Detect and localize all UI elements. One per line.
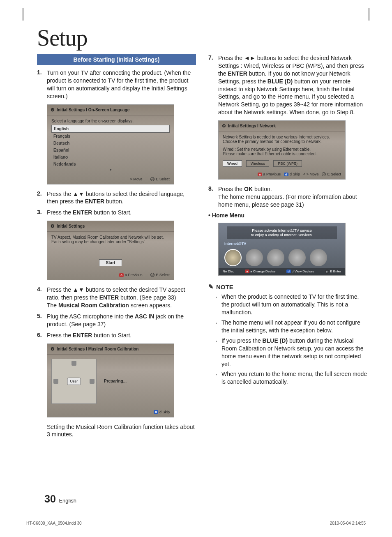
calib-status: Preparing... xyxy=(104,379,127,383)
screen-title: Initial Settings xyxy=(57,224,85,228)
footer-previous: a a Previous xyxy=(258,172,281,176)
home-view: d d View Devices xyxy=(286,270,314,274)
lang-item-nederlands[interactable]: Nederlands xyxy=(51,161,170,168)
gear-icon: ⚙ xyxy=(51,346,55,352)
step-3: 3. Press the ENTER button to Start. xyxy=(37,209,196,217)
screen-network: ⚙ Initial Settings I Network Network Set… xyxy=(218,120,346,180)
section-heading: Before Starting (Initial Settings) xyxy=(37,54,196,65)
page-footer: 30 English xyxy=(44,493,76,505)
screen-language: ⚙ Initial Settings I On-Screen Language … xyxy=(47,104,174,184)
home-icons xyxy=(219,247,345,268)
meta-timestamp: 2010-05-04 2:14:55 xyxy=(330,521,366,525)
note-item: The home menu will not appear if you do … xyxy=(216,319,367,334)
screen-instruction: Select a language for the on-screen disp… xyxy=(51,119,170,123)
room-diagram: User xyxy=(51,359,97,404)
step-8: 8. Press the OK button. The home menu ap… xyxy=(208,185,367,209)
step-number: 7. xyxy=(208,54,218,116)
screen-title: Initial Settings I Musical Room Calibrat… xyxy=(57,347,138,351)
net-wired-button[interactable]: Wired xyxy=(223,160,242,167)
footer-skip: d d Skip xyxy=(154,410,170,414)
step-number: 1. xyxy=(37,69,47,100)
page-title: Setup xyxy=(37,25,367,51)
step-text: Press the ▲▼ buttons to select the desir… xyxy=(47,286,196,309)
internet-tv-icon[interactable] xyxy=(224,249,242,266)
screen-header: ⚙ Initial Settings I On-Screen Language xyxy=(47,105,174,115)
page-language: English xyxy=(59,498,76,504)
step-number: 6. xyxy=(37,332,47,339)
lang-item-english[interactable]: English xyxy=(51,125,170,133)
right-column: 7. Press the ◄► buttons to select the de… xyxy=(208,54,367,443)
net-line: Choose the primary method for connecting… xyxy=(223,139,341,144)
screen-line: Each setting may be changed later under … xyxy=(51,240,170,244)
settings-icon[interactable] xyxy=(310,249,327,266)
step-text: Turn on your TV after connecting the pro… xyxy=(47,69,196,100)
step-number: 8. xyxy=(208,185,218,209)
net-line: Network Setting is needed to use various… xyxy=(223,135,341,139)
note-title: NOTE xyxy=(216,283,233,290)
note-list: When the product is connected to TV for … xyxy=(208,293,367,386)
user-label: User xyxy=(67,378,81,385)
step-4: 4. Press the ▲▼ buttons to select the de… xyxy=(37,286,196,309)
screen-start: ⚙ Initial Settings TV Aspect, Musical Ro… xyxy=(47,221,174,280)
video-icon[interactable] xyxy=(246,249,263,266)
net-wireless-button[interactable]: Wireless xyxy=(246,160,270,167)
footer-select: ⏎ E Select xyxy=(150,177,170,181)
meta-filename: HT-C6600_XAA_0504.indd 30 xyxy=(26,521,82,525)
screen-home: Please activate Internet@TV service to e… xyxy=(218,223,346,276)
step-text: Press the ENTER button to Start. xyxy=(47,209,196,217)
photo-icon[interactable] xyxy=(288,249,306,266)
step-text: Press the ◄► buttons to select the desir… xyxy=(218,54,367,116)
screen-header: ⚙ Initial Settings I Musical Room Calibr… xyxy=(47,344,174,355)
footer-move: < > Move xyxy=(303,172,319,176)
note-icon: ✎ xyxy=(208,283,214,290)
left-steps-2: 2. Press the ▲▼ buttons to select the de… xyxy=(37,190,196,217)
note-heading: ✎ NOTE xyxy=(208,283,367,290)
home-banner: Please activate Internet@TV service to e… xyxy=(227,226,337,240)
step-5: 5. Plug the ASC microphone into the ASC … xyxy=(37,313,196,328)
home-enter: ⏎ E Enter xyxy=(325,270,341,274)
home-nodisc: No Disc xyxy=(223,270,234,274)
left-steps-3: 4. Press the ▲▼ buttons to select the de… xyxy=(37,286,196,339)
step-7: 7. Press the ◄► buttons to select the de… xyxy=(208,54,367,116)
net-pbc-button[interactable]: PBC (WPS) xyxy=(273,160,302,167)
left-column: Before Starting (Initial Settings) 1. Tu… xyxy=(37,54,196,443)
screen-header: ⚙ Initial Settings I Network xyxy=(219,121,345,131)
footer-select: ⏎ E Select xyxy=(150,273,170,277)
right-steps: 7. Press the ◄► buttons to select the de… xyxy=(208,54,367,116)
lang-item-italiano[interactable]: Italiano xyxy=(51,154,170,161)
step-text: Press the OK button. The home menu appea… xyxy=(218,185,367,209)
step-text: Plug the ASC microphone into the ASC IN … xyxy=(47,313,196,328)
step-1: 1. Turn on your TV after connecting the … xyxy=(37,69,196,100)
step-number: 4. xyxy=(37,286,47,309)
home-menu-heading: • Home Menu xyxy=(208,212,367,219)
gear-icon: ⚙ xyxy=(222,123,226,129)
step-6: 6. Press the ENTER button to Start. xyxy=(37,332,196,339)
footer-previous: a a Previous xyxy=(119,273,142,277)
gear-icon: ⚙ xyxy=(51,107,55,113)
lang-item-deutsch[interactable]: Deutsch xyxy=(51,140,170,147)
gear-icon: ⚙ xyxy=(51,224,55,229)
calib-note: Setting the Musical Room Calibration fun… xyxy=(47,423,196,439)
footer-select: ⏎ E Select xyxy=(322,172,341,176)
step-2: 2. Press the ▲▼ buttons to select the de… xyxy=(37,190,196,206)
note-item: If you press the BLUE (D) button during … xyxy=(216,337,367,368)
net-line: Wired : Set the network by using Etherne… xyxy=(223,147,341,152)
screen-title: Initial Settings I On-Screen Language xyxy=(57,108,129,112)
net-line: Please make sure that Ethernet cable is … xyxy=(223,152,341,156)
music-icon[interactable] xyxy=(267,249,284,266)
lang-item-espanol[interactable]: Español xyxy=(51,147,170,154)
home-label: Internet@TV xyxy=(219,242,345,247)
step-text: Press the ▲▼ buttons to select the desir… xyxy=(47,190,196,206)
step-text: Press the ENTER button to Start. xyxy=(47,332,196,339)
screen-calibration: ⚙ Initial Settings I Musical Room Calibr… xyxy=(47,343,174,417)
screen-title: Initial Settings I Network xyxy=(228,124,276,128)
step-number: 3. xyxy=(37,209,47,217)
step-number: 5. xyxy=(37,313,47,328)
right-steps-2: 8. Press the OK button. The home menu ap… xyxy=(208,185,367,209)
step-number: 2. xyxy=(37,190,47,206)
page-number: 30 xyxy=(44,493,56,505)
left-steps: 1. Turn on your TV after connecting the … xyxy=(37,69,196,100)
screen-line: TV Aspect, Musical Room Calibration and … xyxy=(51,235,170,240)
lang-item-francais[interactable]: Français xyxy=(51,133,170,140)
start-button[interactable]: Start xyxy=(99,259,122,266)
